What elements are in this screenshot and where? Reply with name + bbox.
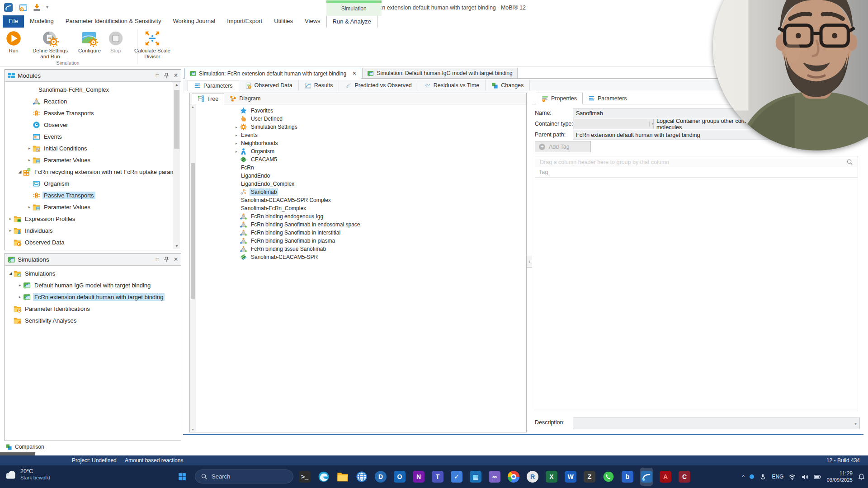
scroll-down-icon[interactable]: ▼: [173, 243, 180, 249]
tree-item-ceacam5[interactable]: CEACAM5: [196, 155, 526, 164]
ribbon-tab-import-export[interactable]: Import/Export: [221, 15, 268, 28]
start-button[interactable]: [178, 473, 186, 481]
collapse-splitter-button[interactable]: ‹: [526, 256, 533, 267]
tree-item-fcrn-recycling-extension-with-net-fcrn-upt[interactable]: ◢FcRn recycling extension with net FcRn …: [5, 166, 173, 178]
tree-item-events[interactable]: Events: [5, 131, 173, 142]
view-tab-predicted-vs-observed[interactable]: Predicted vs Observed: [339, 80, 418, 91]
tree-item-fcrn-binding-sanofimab-in-interstitial[interactable]: FcRn binding Sanofimab in interstitial: [196, 229, 526, 237]
run-button[interactable]: Run: [2, 28, 25, 54]
taskbar-onenote-icon[interactable]: N: [412, 468, 425, 486]
modules-scrollbar[interactable]: ▲ ▼: [173, 82, 180, 249]
tree-item-simulation-settings[interactable]: ▸Simulation Settings: [196, 123, 526, 131]
tab-properties[interactable]: 0Properties: [536, 93, 583, 104]
expander-icon[interactable]: ▸: [233, 125, 240, 129]
tray-expand-icon[interactable]: ^: [742, 474, 745, 480]
tree-item-observed-data[interactable]: Observed Data: [5, 236, 173, 248]
tree-item-sanofimab-ceacam5-spr[interactable]: Sanofimab-CEACAM5-SPR: [196, 253, 526, 261]
language-indicator[interactable]: ENG: [772, 474, 783, 480]
expander-icon[interactable]: ▸: [233, 141, 240, 145]
close-tab-icon[interactable]: ✕: [352, 70, 356, 76]
microphone-icon[interactable]: [759, 473, 767, 481]
tree-item-organism[interactable]: Organism: [5, 178, 173, 189]
tab-parameters[interactable]: Parameters: [583, 93, 632, 104]
calculate-scale-divisor-button[interactable]: Calculate Scale Divisor: [127, 28, 177, 60]
view-tab-changes[interactable]: Changes: [486, 80, 530, 91]
scrollbar-thumb[interactable]: [174, 90, 179, 149]
tree-item-sanofimab[interactable]: Sanofimab: [196, 188, 526, 196]
view-tab-observed-data[interactable]: Observed Data: [239, 80, 299, 91]
tree-item-neighborhoods[interactable]: ▸Neighborhoods: [196, 139, 526, 147]
search-icon[interactable]: [846, 159, 853, 165]
add-tag-button[interactable]: + Add Tag: [535, 141, 591, 152]
expander-icon[interactable]: ▸: [233, 133, 240, 137]
tree-item-passive-transports[interactable]: Passive Transports: [5, 107, 173, 119]
tree-item-ligandendo-complex[interactable]: LigandEndo_Complex: [196, 180, 526, 188]
maximize-icon[interactable]: □: [156, 256, 159, 263]
battery-icon[interactable]: [814, 473, 821, 481]
scroll-down-icon[interactable]: ▼: [190, 428, 196, 431]
document-tab-2[interactable]: Simulation: Default human IgG model with…: [362, 68, 517, 78]
tag-column-header[interactable]: Tag: [535, 167, 858, 178]
define-settings-and-run-button[interactable]: Define Settings and Run: [25, 28, 75, 60]
taskbar-citavi-icon[interactable]: C: [678, 468, 691, 486]
tree-item-initial-conditions[interactable]: ▸Initial Conditions: [5, 142, 173, 154]
view-tab-results[interactable]: Results: [299, 80, 340, 91]
tab-diagram[interactable]: Diagram: [224, 93, 266, 104]
search-input[interactable]: Search: [195, 469, 293, 483]
tree-item-fcrn-extension-default-human-with-target-b[interactable]: ▸FcRn extension default human with targe…: [5, 291, 180, 303]
taskbar-excel-icon[interactable]: X: [545, 468, 558, 486]
taskbar-mobi-icon[interactable]: [640, 468, 653, 486]
tree-item-fcrn-binding-sanofimab-in-endosomal-space[interactable]: FcRn binding Sanofimab in endosomal spac…: [196, 221, 526, 229]
expander-icon[interactable]: ◢: [17, 169, 23, 174]
ribbon-tab-modeling[interactable]: Modeling: [24, 15, 60, 28]
tab-tree[interactable]: Tree: [192, 93, 224, 104]
expander-icon[interactable]: ▸: [26, 158, 33, 162]
pin-icon[interactable]: [164, 73, 169, 79]
taskbar-dell-support-icon[interactable]: D: [374, 468, 387, 486]
taskbar-excel-online-icon[interactable]: ▦: [469, 468, 482, 486]
weather-widget[interactable]: 20°C Stark bewölkt: [4, 468, 50, 481]
taskbar-browser-globe-icon[interactable]: [355, 468, 368, 486]
tree-item-fcrn[interactable]: FcRn: [196, 164, 526, 172]
close-icon[interactable]: ✕: [174, 72, 178, 79]
scroll-up-icon[interactable]: ▲: [173, 82, 180, 88]
ribbon-tab-views[interactable]: Views: [299, 15, 326, 28]
taskbar-whatsapp-icon[interactable]: [602, 468, 615, 486]
tree-item-reaction[interactable]: Reaction: [5, 95, 173, 107]
taskbar-loop-icon[interactable]: ∞: [488, 468, 501, 486]
tree-item-simulations[interactable]: ◢Simulations: [5, 267, 180, 279]
expander-icon[interactable]: ▸: [7, 228, 14, 233]
wifi-icon[interactable]: [788, 473, 796, 481]
scrollbar-thumb[interactable]: [191, 163, 195, 299]
pin-icon[interactable]: [164, 257, 169, 263]
tree-item-parameter-identifications[interactable]: Parameter Identifications: [5, 303, 180, 314]
taskbar-rstudio-icon[interactable]: R: [526, 468, 539, 486]
taskbar-zotero-icon[interactable]: Z: [583, 468, 596, 486]
ribbon-tab-parameter-identification-sensitivity[interactable]: Parameter Identification & Sensitivity: [60, 15, 167, 28]
tree-item-sanofimab-fcrn-complex[interactable]: Sanofimab-FcRn_Complex: [5, 84, 173, 95]
group-by-strip[interactable]: Drag a column header here to group by th…: [535, 156, 858, 168]
scroll-up-icon[interactable]: ▲: [190, 105, 196, 108]
tree-item-individuals[interactable]: ▸Individuals: [5, 225, 173, 236]
comparison-tab[interactable]: Comparison: [5, 442, 44, 452]
taskbar-bluebeam-icon[interactable]: b: [621, 468, 634, 486]
stop-button[interactable]: Stop: [104, 28, 127, 54]
expander-icon[interactable]: ◢: [7, 271, 14, 276]
tree-item-default-human-igg-model-with-target-bindin[interactable]: ▸Default human IgG model with target bin…: [5, 279, 180, 291]
taskbar-word-icon[interactable]: W: [564, 468, 577, 486]
expander-icon[interactable]: ▸: [26, 146, 33, 150]
tree-item-events[interactable]: ▸Events: [196, 131, 526, 139]
description-field[interactable]: ▾: [573, 418, 860, 429]
taskbar-acrobat-icon[interactable]: A: [659, 468, 672, 486]
tree-item-sanofimab-fcrn-complex[interactable]: Sanofimab-FcRn_Complex: [196, 204, 526, 212]
ribbon-tab-utilities[interactable]: Utilities: [268, 15, 299, 28]
view-tab-residuals-vs-time[interactable]: Residuals vs Time: [418, 80, 486, 91]
container-type-dropdown[interactable]: ▾: [573, 119, 657, 129]
taskbar-teams-icon[interactable]: T: [431, 468, 444, 486]
tree-item-parameter-values[interactable]: ▸Parameter Values: [5, 201, 173, 213]
taskbar-terminal-icon[interactable]: >_: [298, 468, 311, 486]
tree-item-passive-transports[interactable]: Passive Transports: [5, 189, 173, 201]
tree-item-parameter-values[interactable]: ▸Parameter Values: [5, 154, 173, 166]
ribbon-tab-file[interactable]: File: [3, 15, 24, 28]
taskbar-file-explorer-icon[interactable]: [336, 468, 349, 486]
